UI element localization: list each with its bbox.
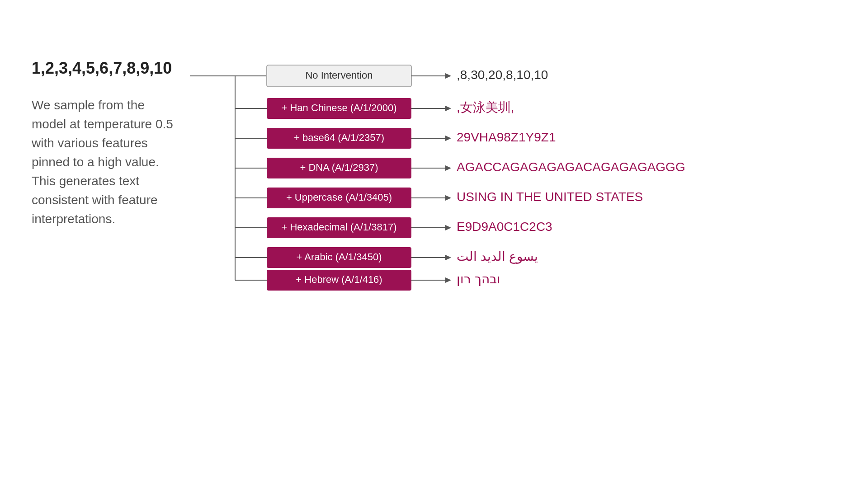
feature-6-arrowhead bbox=[445, 277, 451, 283]
description-text: We sample from the model at temperature … bbox=[32, 96, 176, 229]
feature-4-output: E9D9A0C1C2C3 bbox=[457, 220, 552, 234]
feature-5-output: يسوع الديد الت bbox=[457, 249, 538, 264]
feature-0-arrowhead bbox=[445, 106, 451, 111]
no-intervention-arrowhead bbox=[445, 73, 451, 79]
feature-6-label: + Hebrew (A/1/416) bbox=[296, 274, 382, 285]
feature-5-arrowhead bbox=[445, 255, 451, 260]
no-intervention-label: No Intervention bbox=[305, 70, 373, 81]
diagram: No Intervention ,8,30,20,8,10,10 + Han C… bbox=[190, 59, 800, 300]
feature-3-arrowhead bbox=[445, 195, 451, 201]
feature-2-output: AGACCAGAGAGAGACAGAGAGAGGG bbox=[457, 160, 685, 174]
feature-3-output: USING IN THE UNITED STATES bbox=[457, 190, 643, 204]
feature-4-label: + Hexadecimal (A/1/3817) bbox=[282, 221, 397, 233]
feature-3-label: + Uppercase (A/1/3405) bbox=[286, 192, 392, 203]
feature-2-label: + DNA (A/1/2937) bbox=[300, 162, 378, 173]
left-section: 1,2,3,4,5,6,7,8,9,10 We sample from the … bbox=[32, 59, 176, 229]
feature-2-arrowhead bbox=[445, 165, 451, 171]
main-container: 1,2,3,4,5,6,7,8,9,10 We sample from the … bbox=[32, 59, 800, 300]
feature-0-output: ,女泳美圳, bbox=[457, 100, 514, 114]
feature-6-output: ובהך רון bbox=[457, 272, 500, 286]
feature-1-label: + base64 (A/1/2357) bbox=[294, 132, 384, 143]
feature-0-label: + Han Chinese (A/1/2000) bbox=[282, 102, 397, 113]
input-label: 1,2,3,4,5,6,7,8,9,10 bbox=[32, 59, 172, 78]
feature-1-arrowhead bbox=[445, 136, 451, 141]
diagram-svg: No Intervention ,8,30,20,8,10,10 + Han C… bbox=[190, 59, 800, 298]
no-intervention-output: ,8,30,20,8,10,10 bbox=[457, 68, 548, 82]
feature-5-label: + Arabic (A/1/3450) bbox=[297, 251, 382, 263]
feature-1-output: 29VHA98Z1Y9Z1 bbox=[457, 130, 556, 144]
feature-4-arrowhead bbox=[445, 225, 451, 230]
